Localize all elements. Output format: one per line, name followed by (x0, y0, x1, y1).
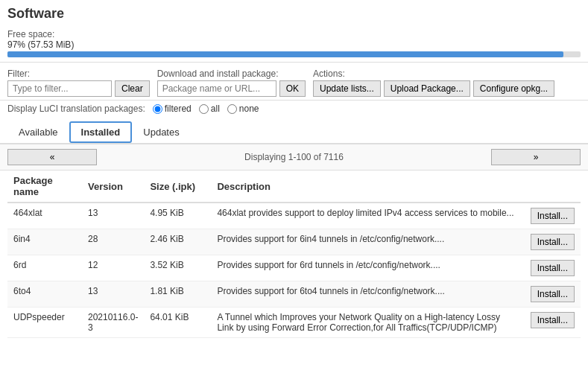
package-size: 3.52 KiB (144, 255, 211, 281)
clear-button[interactable]: Clear (115, 80, 150, 97)
package-version: 28 (82, 229, 144, 255)
table-row: UDPspeeder 20210116.0-3 64.01 KiB A Tunn… (7, 308, 581, 338)
package-version: 20210116.0-3 (82, 308, 144, 338)
table-row: 6in4 28 2.46 KiB Provides support for 6i… (7, 229, 581, 255)
page-info: Displaying 1-100 of 7116 (244, 152, 344, 162)
luci-none-option[interactable]: none (227, 103, 259, 114)
package-size: 4.95 KiB (144, 203, 211, 229)
col-header-description: Description (211, 171, 521, 203)
package-description: Provides support for 6to4 tunnels in /et… (211, 281, 521, 308)
pagination-row: « Displaying 1-100 of 7116 » (0, 144, 588, 171)
luci-none-label: none (239, 103, 259, 114)
tab-updates[interactable]: Updates (132, 122, 190, 142)
filter-section: Filter: Clear (7, 68, 150, 97)
luci-filtered-option[interactable]: filtered (153, 103, 192, 114)
package-name: 464xlat (7, 203, 82, 229)
install-button[interactable]: Install... (531, 208, 575, 224)
package-name: 6to4 (7, 281, 82, 308)
package-size: 2.46 KiB (144, 229, 211, 255)
package-action-cell: Install... (521, 229, 581, 255)
table-row: 464xlat 13 4.95 KiB 464xlat provides sup… (7, 203, 581, 229)
package-name: UDPspeeder (7, 308, 82, 338)
luci-all-option[interactable]: all (199, 103, 220, 114)
tab-installed[interactable]: Installed (69, 121, 133, 143)
package-name: 6rd (7, 255, 82, 281)
free-space-label: Free space: (7, 29, 581, 39)
header: Software Free space: 97% (57.53 MiB) (0, 0, 588, 63)
package-size: 1.81 KiB (144, 281, 211, 308)
col-header-size: Size (.ipk) (144, 171, 211, 203)
progress-bar-inner (7, 51, 563, 57)
package-size: 64.01 KiB (144, 308, 211, 338)
free-space-value: 97% (57.53 MiB) (7, 39, 581, 50)
package-version: 13 (82, 203, 144, 229)
tab-available[interactable]: Available (7, 122, 69, 142)
table-header: Package name Version Size (.ipk) Descrip… (7, 171, 581, 203)
package-action-cell: Install... (521, 281, 581, 308)
filter-input[interactable] (7, 80, 112, 97)
package-description: A Tunnel which Improves your Network Qua… (211, 308, 521, 338)
actions-label: Actions: (313, 68, 554, 79)
install-button[interactable]: Install... (531, 286, 575, 302)
packages-tbody: 464xlat 13 4.95 KiB 464xlat provides sup… (7, 203, 581, 338)
filter-row: Clear (7, 80, 150, 97)
tabs: Available Installed Updates (0, 117, 588, 144)
package-action-cell: Install... (521, 255, 581, 281)
package-action-cell: Install... (521, 203, 581, 229)
prev-page-button[interactable]: « (7, 149, 97, 165)
package-name: 6in4 (7, 229, 82, 255)
luci-filtered-label: filtered (165, 103, 192, 114)
luci-all-radio[interactable] (199, 104, 209, 114)
table-row: 6to4 13 1.81 KiB Provides support for 6t… (7, 281, 581, 308)
download-row: OK (157, 80, 306, 97)
luci-row: Display LuCI translation packages: filte… (0, 101, 588, 117)
package-version: 12 (82, 255, 144, 281)
actions-row: Update lists... Upload Package... Config… (313, 80, 554, 97)
install-button[interactable]: Install... (531, 234, 575, 250)
update-lists-button[interactable]: Update lists... (313, 80, 381, 97)
packages-table: Package name Version Size (.ipk) Descrip… (7, 171, 581, 338)
upload-package-button[interactable]: Upload Package... (384, 80, 470, 97)
controls-row: Filter: Clear Download and install packa… (0, 63, 588, 101)
next-page-button[interactable]: » (491, 149, 581, 165)
luci-label: Display LuCI translation packages: (7, 103, 145, 114)
package-description: Provides support for 6rd tunnels in /etc… (211, 255, 521, 281)
download-input[interactable] (157, 80, 276, 97)
luci-radio-group: filtered all none (153, 103, 259, 114)
install-button[interactable]: Install... (531, 312, 575, 328)
table-row: 6rd 12 3.52 KiB Provides support for 6rd… (7, 255, 581, 281)
download-label: Download and install package: (157, 68, 306, 79)
package-description: 464xlat provides support to deploy limit… (211, 203, 521, 229)
luci-none-radio[interactable] (227, 104, 237, 114)
ok-button[interactable]: OK (279, 80, 306, 97)
package-version: 13 (82, 281, 144, 308)
configure-opkg-button[interactable]: Configure opkg... (473, 80, 554, 97)
packages-table-section: Package name Version Size (.ipk) Descrip… (0, 171, 588, 345)
actions-section: Actions: Update lists... Upload Package.… (313, 68, 554, 97)
download-section: Download and install package: OK (157, 68, 306, 97)
package-action-cell: Install... (521, 308, 581, 338)
luci-all-label: all (211, 103, 220, 114)
package-description: Provides support for 6in4 tunnels in /et… (211, 229, 521, 255)
free-space-section: Free space: 97% (57.53 MiB) (7, 26, 581, 59)
software-page: Software Free space: 97% (57.53 MiB) Fil… (0, 0, 588, 376)
install-button[interactable]: Install... (531, 260, 575, 276)
col-header-action (521, 171, 581, 203)
page-title: Software (7, 6, 581, 22)
filter-label: Filter: (7, 68, 150, 79)
col-header-name: Package name (7, 171, 82, 203)
col-header-version: Version (82, 171, 144, 203)
luci-filtered-radio[interactable] (153, 104, 162, 114)
progress-bar-outer (7, 51, 581, 57)
